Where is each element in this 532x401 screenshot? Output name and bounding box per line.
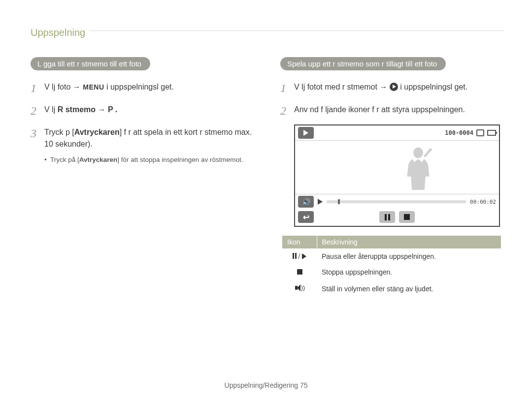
file-counter: 100-0004 [445,129,473,136]
pause-button-icon [379,211,395,223]
step-number: 3 [31,124,44,142]
right-column: Spela upp ett r stmemo som r tillagt til… [280,57,503,297]
play-icon [318,199,323,205]
stop-icon [297,269,302,275]
play-icon [302,253,306,259]
page-footer: Uppspelning/Redigering 75 [0,381,532,389]
speaker-icon: )) [295,284,304,292]
table-row: / Pausa eller återuppta uppspelningen. [282,248,501,264]
table-header-desc: Beskrivning [317,236,501,248]
pause-icon [293,253,297,259]
elapsed-time: 00:00:02 [470,199,496,205]
table-row: Stoppa uppspelningen. [282,264,501,280]
card-icon [476,129,484,136]
step-2-text: Anv nd f ljande ikoner f r att styra upp… [294,102,503,116]
play-in-circle-icon [390,83,398,91]
table-header-icon: Ikon [282,236,317,248]
step-3-subnote: Tryck på [Avtryckaren] för att stoppa in… [31,155,254,165]
step-3-text: Tryck p [Avtryckaren] f r att spela in e… [44,124,254,150]
left-column: L gga till ett r stmemo till ett foto 1 … [31,57,254,297]
photo-silhouette-icon [399,144,438,192]
step-number: 2 [280,102,294,120]
step-number: 1 [31,79,44,97]
step-1-text: V lj fotot med r stmemot → i uppspelning… [294,79,503,93]
stop-button-icon [399,211,415,223]
playback-mode-icon [298,127,314,139]
right-heading-pill: Spela upp ett r stmemo som r tillagt til… [280,57,446,70]
back-icon: ↩ [298,211,314,223]
battery-icon [487,130,496,136]
icon-description-table: Ikon Beskrivning / Pausa eller återuppta… [282,236,501,297]
volume-icon: 🔊 [298,196,314,208]
left-heading-pill: L gga till ett r stmemo till ett foto [31,57,150,70]
table-row: )) Ställ in volymen eller stäng av ljude… [282,280,501,297]
step-number: 2 [31,102,44,120]
page-title: Uppspelning [31,27,89,38]
camera-lcd-preview: 100-0004 🔊 00:00:02 ↩ [294,124,500,227]
step-number: 1 [280,79,294,97]
step-2-text: V lj R stmemo → P . [44,102,254,116]
progress-bar [327,200,466,203]
step-1-text: V lj foto → MENU i uppspelningsl get. [44,79,254,93]
menu-icon: MENU [83,83,104,91]
